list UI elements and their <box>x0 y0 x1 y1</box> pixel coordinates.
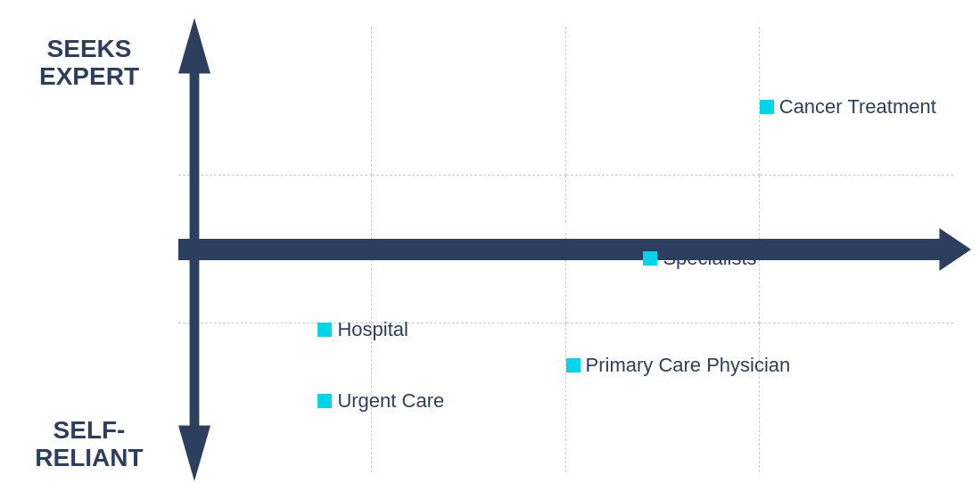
label-cancer-treatment: Cancer Treatment <box>779 95 936 119</box>
label-primary-care: Primary Care Physician <box>586 354 791 377</box>
dot-hospital <box>317 323 332 337</box>
grid-cell <box>566 27 760 176</box>
expert-label: EXPERT <box>39 62 139 90</box>
x-axis-label: IMMEDIACY OF CARE <box>464 216 666 236</box>
data-point-cancer-treatment: Cancer Treatment <box>760 95 936 119</box>
dot-primary-care <box>566 358 581 372</box>
dot-specialists <box>643 251 657 266</box>
grid-cell <box>372 27 565 176</box>
label-specialists: Specialists <box>663 247 756 270</box>
data-point-specialists: Specialists <box>643 247 756 270</box>
data-point-primary-care: Primary Care Physician <box>566 354 791 377</box>
chart-container: IMMEDIACY OF CARE SEEKS EXPERT SELF- REL… <box>0 0 980 499</box>
seeks-label: SEEKS <box>47 35 132 62</box>
label-urgent-care: Urgent Care <box>337 389 444 413</box>
dot-urgent-care <box>317 394 332 408</box>
grid-cell <box>566 323 760 472</box>
y-axis-bottom-label: SELF- RELIANT <box>18 417 161 472</box>
data-point-urgent-care: Urgent Care <box>317 389 444 413</box>
grid-cell <box>760 323 953 472</box>
data-point-hospital: Hospital <box>317 318 408 341</box>
self-label: SELF- <box>54 416 126 444</box>
y-axis-top-label: SEEKS EXPERT <box>18 36 161 91</box>
reliant-label: RELIANT <box>35 444 143 471</box>
label-hospital: Hospital <box>337 318 408 341</box>
dot-cancer-treatment <box>760 100 774 114</box>
